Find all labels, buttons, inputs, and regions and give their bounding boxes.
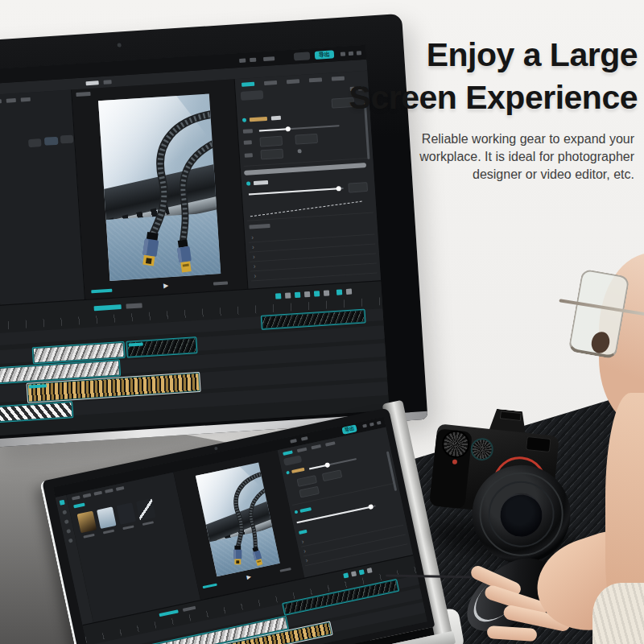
titlebar-icon[interactable] xyxy=(263,56,275,61)
preview-panel: ▶ xyxy=(72,79,248,300)
tab-picture[interactable] xyxy=(283,450,293,455)
rotate-value[interactable] xyxy=(260,149,283,160)
tool-cut-icon[interactable] xyxy=(351,571,357,576)
opacity-slider[interactable] xyxy=(249,188,344,196)
titlebar-icon[interactable] xyxy=(250,58,256,63)
media-thumbnail[interactable] xyxy=(97,506,117,529)
tool-select-icon[interactable] xyxy=(275,293,281,299)
section-label xyxy=(291,468,304,473)
rotate-value[interactable] xyxy=(299,486,320,498)
media-tab[interactable] xyxy=(116,486,125,491)
media-thumbnail[interactable] xyxy=(77,511,97,534)
tool-delete-icon[interactable] xyxy=(324,290,329,295)
tab-speed[interactable] xyxy=(311,444,321,449)
filter-pill[interactable] xyxy=(60,134,74,143)
position-x-value[interactable] xyxy=(259,136,283,147)
media-panel xyxy=(0,89,85,306)
minimize-button[interactable] xyxy=(362,424,367,428)
scene: 导出 xyxy=(0,0,644,644)
timeline-clip[interactable] xyxy=(0,401,73,423)
rail-icon[interactable] xyxy=(62,510,67,514)
tool-cut-icon[interactable] xyxy=(285,292,291,298)
media-tab[interactable] xyxy=(105,489,114,493)
tool-select-icon[interactable] xyxy=(343,572,349,578)
photo-cables xyxy=(196,462,280,576)
subtab-basic[interactable] xyxy=(283,455,302,465)
timeline-duration xyxy=(126,303,142,308)
timeline-timecode xyxy=(94,304,122,311)
media-tab[interactable] xyxy=(0,99,2,104)
section-label-list xyxy=(249,224,270,229)
subtitle-line1: Reliable working gear to expand your xyxy=(422,132,634,146)
tab-audio[interactable] xyxy=(264,80,277,85)
timeline-panel xyxy=(0,280,390,436)
section-dot xyxy=(246,181,250,185)
media-tab[interactable] xyxy=(93,491,102,496)
play-button[interactable]: ▶ xyxy=(246,574,252,581)
close-button[interactable] xyxy=(377,421,382,425)
tool-redo-icon[interactable] xyxy=(304,291,310,297)
import-label[interactable] xyxy=(73,503,85,509)
person-sweater xyxy=(592,583,644,644)
media-thumbnail[interactable] xyxy=(136,498,156,521)
section-label-mix xyxy=(254,180,268,185)
media-tab[interactable] xyxy=(21,97,31,102)
play-button[interactable]: ▶ xyxy=(163,283,169,289)
subtitle-line3: designer or video editor, etc. xyxy=(473,167,634,181)
user-badge[interactable] xyxy=(294,52,311,60)
tab-audio[interactable] xyxy=(297,448,308,452)
timeline-clip[interactable] xyxy=(126,336,197,358)
media-tab[interactable] xyxy=(72,496,80,501)
tool-redo-icon[interactable] xyxy=(367,568,373,573)
position-label xyxy=(244,140,252,145)
tab-animation[interactable] xyxy=(309,77,322,82)
rail-icon[interactable] xyxy=(68,539,73,543)
tool-undo-icon[interactable] xyxy=(359,569,365,575)
titlebar-icon[interactable] xyxy=(301,436,308,441)
preview-timecode xyxy=(203,584,217,589)
filter-pill[interactable] xyxy=(28,138,42,147)
titlebar-icon[interactable] xyxy=(239,58,246,63)
preview-canvas xyxy=(196,462,280,576)
thumb-caption xyxy=(142,521,154,526)
app-logo xyxy=(85,80,98,85)
media-thumbnail[interactable] xyxy=(116,502,136,525)
section-label xyxy=(299,507,312,513)
photo-cables xyxy=(98,93,221,280)
preview-canvas xyxy=(98,93,221,280)
rotate-dial-icon[interactable] xyxy=(297,149,301,153)
position-y-value[interactable] xyxy=(295,134,318,145)
scale-label xyxy=(243,129,253,134)
media-tab[interactable] xyxy=(83,493,92,498)
rail-icon[interactable] xyxy=(64,519,69,524)
scale-slider[interactable] xyxy=(309,458,357,469)
rail-icon[interactable] xyxy=(66,529,71,534)
maximize-button[interactable] xyxy=(369,423,374,427)
tool-mirror-icon[interactable] xyxy=(336,289,342,295)
timeline-duration xyxy=(183,606,196,612)
headline-line2: Screen Experience xyxy=(349,79,638,116)
rotate-label xyxy=(245,153,253,158)
section-dot xyxy=(295,510,299,514)
tab-picture[interactable] xyxy=(242,82,254,87)
titlebar-icon[interactable] xyxy=(290,439,297,444)
marketing-copy: Enjoy a Large Screen Experience Reliable… xyxy=(324,34,638,184)
opacity-value[interactable] xyxy=(348,182,368,193)
subtitle-line2: workplace. It is ideal for photographer xyxy=(419,150,634,163)
thumb-caption xyxy=(83,534,94,539)
tab-item[interactable] xyxy=(103,80,111,85)
tool-split-icon[interactable] xyxy=(314,291,320,296)
media-tab[interactable] xyxy=(6,98,16,103)
position-y-value[interactable] xyxy=(322,469,343,481)
preview-title xyxy=(76,92,90,97)
filter-pill-active[interactable] xyxy=(44,137,59,146)
tab-animation[interactable] xyxy=(325,441,336,446)
tool-crop-icon[interactable] xyxy=(346,289,352,295)
rail-media-icon[interactable] xyxy=(60,500,65,506)
section-dot xyxy=(286,471,290,475)
subtab-basic[interactable] xyxy=(241,90,264,101)
section-dot xyxy=(242,118,246,122)
tool-undo-icon[interactable] xyxy=(295,292,300,298)
position-x-value[interactable] xyxy=(296,475,317,487)
tab-speed[interactable] xyxy=(287,79,299,84)
